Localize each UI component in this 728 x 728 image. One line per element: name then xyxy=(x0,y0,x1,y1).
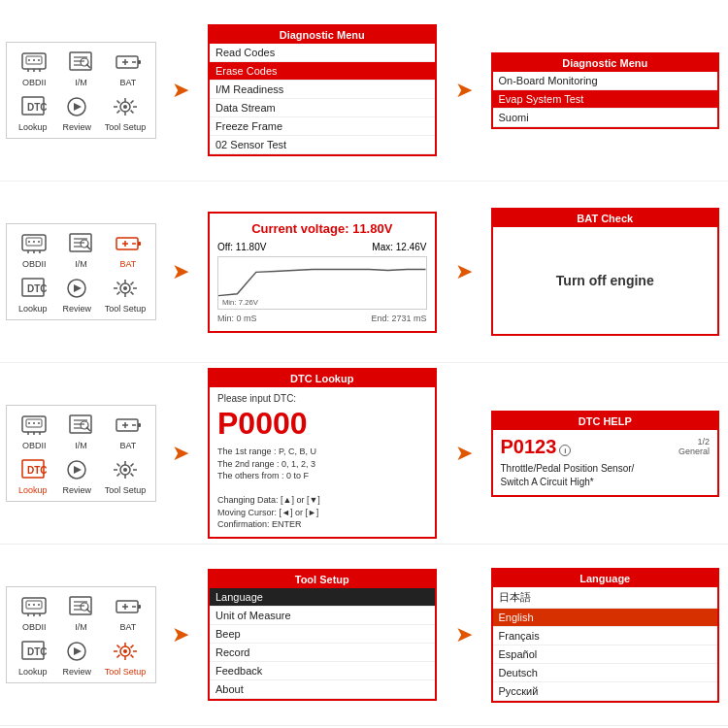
device-icon-obdii[interactable]: OBDII xyxy=(17,412,50,450)
svg-point-5 xyxy=(28,59,30,61)
svg-point-24 xyxy=(123,105,127,109)
dtc-code[interactable]: P0000 xyxy=(217,406,427,442)
right-panel-title: Diagnostic Menu xyxy=(493,54,718,72)
right-panel-title: Language xyxy=(493,570,718,587)
svg-rect-15 xyxy=(138,60,141,64)
language-item[interactable]: English xyxy=(493,609,718,627)
svg-point-6 xyxy=(33,59,35,61)
device-icon-lookup[interactable]: DTC Lookup xyxy=(17,275,50,314)
end-ms: End: 2731 mS xyxy=(371,314,426,323)
device-icon-obdii[interactable]: OBDII xyxy=(17,49,50,87)
language-item[interactable]: 日本語 xyxy=(493,587,718,609)
voltage-max: Max: 12.46V xyxy=(372,242,426,252)
tool-menu-item[interactable]: About xyxy=(210,680,435,699)
menu-item[interactable]: I/M Readiness xyxy=(210,81,435,99)
tool-menu-item[interactable]: Feedback xyxy=(210,662,435,680)
voltage-stats: Off: 11.80V Max: 12.46V xyxy=(217,242,427,252)
menu-item[interactable]: Freeze Frame xyxy=(210,117,435,136)
device-icon-bat[interactable]: BAT xyxy=(112,230,145,269)
arrow-icon-2: ➤ xyxy=(455,622,473,647)
chart-bottom: Min: 0 mS End: 2731 mS xyxy=(217,314,427,323)
left-panel-title: Diagnostic Menu xyxy=(210,26,435,44)
dtc-lookup-title: DTC Lookup xyxy=(210,370,435,387)
device-icon-lookup[interactable]: DTC Lookup xyxy=(17,93,50,132)
svg-line-99 xyxy=(116,474,119,477)
menu-item[interactable]: 02 Sensor Test xyxy=(210,136,435,154)
svg-rect-48 xyxy=(138,242,141,246)
device-icon-i/m[interactable]: I/M xyxy=(64,49,97,87)
device-icon-review[interactable]: Review xyxy=(60,275,93,314)
svg-point-74 xyxy=(38,422,40,424)
device-icon-bat[interactable]: BAT xyxy=(112,412,145,450)
menu-item[interactable]: Data Stream xyxy=(210,99,435,117)
svg-line-63 xyxy=(131,292,134,295)
svg-line-32 xyxy=(116,111,119,114)
svg-line-132 xyxy=(116,655,119,658)
arrow-icon: ➤ xyxy=(172,622,189,647)
arrow-icon-2: ➤ xyxy=(455,78,473,103)
menu-item[interactable]: Read Codes xyxy=(210,44,435,62)
device-icon-i/m[interactable]: I/M xyxy=(64,593,97,632)
device-icon-tool-setup[interactable]: Tool Setup xyxy=(105,456,147,495)
voltage-off: Off: 11.80V xyxy=(217,242,266,252)
tool-menu-item[interactable]: Language xyxy=(210,588,435,607)
svg-point-7 xyxy=(38,59,40,61)
arrow-icon: ➤ xyxy=(172,259,189,284)
device-icon-bat[interactable]: BAT xyxy=(112,593,145,632)
svg-point-107 xyxy=(38,604,40,606)
svg-line-31 xyxy=(131,101,134,104)
left-diagnostic-menu-panel: Diagnostic MenuRead CodesErase CodesI/M … xyxy=(208,24,437,156)
device-icon-obdii[interactable]: OBDII xyxy=(17,230,50,269)
device-icon-tool-setup[interactable]: Tool Setup xyxy=(105,93,147,132)
language-item[interactable]: Русский xyxy=(493,682,718,701)
device-icon-tool-setup[interactable]: Tool Setup xyxy=(105,275,147,314)
svg-point-40 xyxy=(38,241,40,243)
language-item[interactable]: Español xyxy=(493,645,718,664)
language-item[interactable]: Français xyxy=(493,627,718,645)
svg-point-46 xyxy=(81,240,88,248)
device-icon-lookup[interactable]: DTC Lookup xyxy=(17,638,50,677)
menu-item[interactable]: On-Board Monitoring xyxy=(493,72,718,90)
tool-menu-item[interactable]: Unit of Measure xyxy=(210,607,435,625)
menu-item[interactable]: Erase Codes xyxy=(210,62,435,81)
tool-menu-item[interactable]: Beep xyxy=(210,625,435,644)
device-icon-review[interactable]: Review xyxy=(60,456,93,495)
dtc-help-code: P0123i xyxy=(501,436,572,458)
device-panel: OBDII I/M BAT DTC Lookup Review xyxy=(6,405,156,502)
svg-line-65 xyxy=(116,292,119,295)
device-icon-obdii[interactable]: OBDII xyxy=(17,593,50,632)
row-3: OBDII I/M BAT DTC Lookup Review xyxy=(0,363,728,545)
svg-marker-89 xyxy=(74,466,82,474)
row-2: OBDII I/M BAT DTC Lookup Review xyxy=(0,182,728,363)
arrow: ➤ xyxy=(156,78,205,103)
svg-line-98 xyxy=(131,464,134,467)
menu-item[interactable]: Suomi xyxy=(493,109,718,127)
svg-marker-22 xyxy=(74,103,82,111)
device-icon-review[interactable]: Review xyxy=(60,638,93,677)
svg-point-57 xyxy=(123,286,127,290)
arrow-icon-2: ➤ xyxy=(455,441,473,466)
device-icon-lookup[interactable]: DTC Lookup xyxy=(17,456,50,495)
svg-text:DTC: DTC xyxy=(27,102,47,113)
arrow-icon: ➤ xyxy=(172,441,189,466)
device-panel: OBDII I/M BAT DTC Lookup Review xyxy=(6,586,156,683)
svg-line-130 xyxy=(131,655,134,658)
device-icon-tool-setup[interactable]: Tool Setup xyxy=(105,638,147,677)
arrow-icon: ➤ xyxy=(172,78,189,103)
right-language-panel: Language日本語EnglishFrançaisEspañolDeutsch… xyxy=(491,568,720,703)
device-icon-i/m[interactable]: I/M xyxy=(64,230,97,269)
svg-point-13 xyxy=(81,58,88,66)
right-bat-check-panel: BAT CheckTurn off engine xyxy=(491,208,720,336)
device-icon-review[interactable]: Review xyxy=(60,93,93,132)
device-icon-bat[interactable]: BAT xyxy=(112,49,145,87)
min-ms: Min: 0 mS xyxy=(217,314,257,323)
left-panel-title: Tool Setup xyxy=(210,571,435,588)
arrow-2: ➤ xyxy=(440,78,488,103)
language-item[interactable]: Deutsch xyxy=(493,664,718,682)
device-icon-i/m[interactable]: I/M xyxy=(64,412,97,450)
dtc-code-line: P0123i 1/2General xyxy=(501,436,711,458)
tool-menu-item[interactable]: Record xyxy=(210,644,435,662)
menu-item[interactable]: Evap System Test xyxy=(493,90,718,109)
svg-line-97 xyxy=(131,474,134,477)
svg-marker-122 xyxy=(74,647,82,655)
